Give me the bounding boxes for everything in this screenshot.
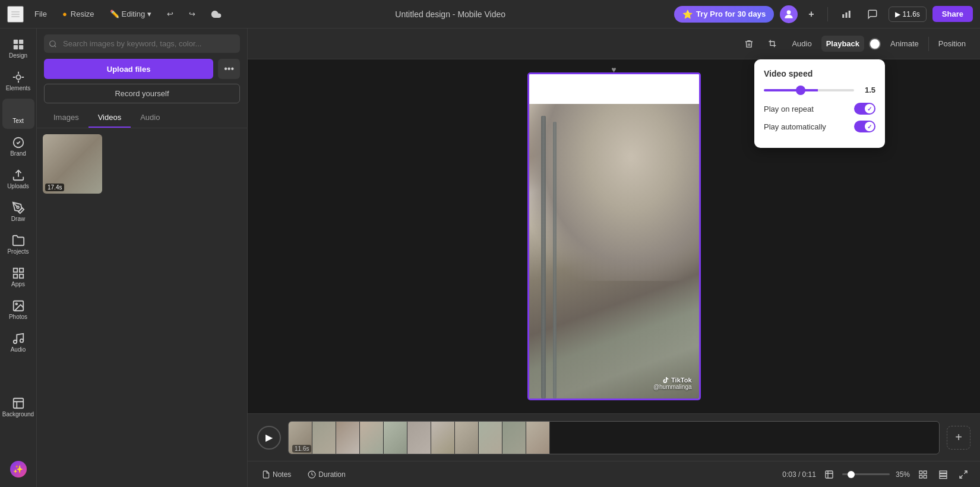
tab-audio[interactable]: Audio [131, 108, 169, 128]
svg-rect-4 [842, 14, 844, 18]
upload-more-button[interactable]: ••• [218, 59, 240, 79]
sidebar-item-elements[interactable]: Elements [2, 66, 34, 96]
canvas-frame[interactable]: TikTok @hummalinga [528, 73, 700, 400]
frame-2 [312, 422, 336, 454]
editing-button[interactable]: ✏️ Editing ▾ [105, 7, 157, 21]
sidebar-item-audio[interactable]: Audio [2, 327, 34, 358]
avatar[interactable] [780, 5, 798, 23]
video-thumbnail[interactable]: 17.4s [43, 134, 102, 194]
expand-button[interactable] [956, 467, 970, 482]
zoom-slider[interactable] [842, 473, 890, 475]
speed-popup: Video speed 1.5 Play on repeat ✓ Play au… [754, 59, 885, 148]
sidebar-item-uploads[interactable]: Uploads [2, 164, 34, 194]
topbar-left: File ● Resize ✏️ Editing ▾ ↩ ↪ [7, 6, 226, 23]
search-input[interactable] [44, 34, 240, 53]
sidebar-item-projects[interactable]: Projects [2, 229, 34, 260]
svg-rect-26 [826, 471, 833, 478]
play-automatically-toggle[interactable]: ✓ [854, 121, 875, 132]
svg-point-3 [787, 10, 791, 14]
stats-button[interactable] [836, 7, 856, 22]
crop-button[interactable] [763, 36, 782, 52]
speed-slider[interactable] [764, 89, 854, 91]
sidebar-item-draw[interactable]: Draw [2, 197, 34, 227]
svg-rect-31 [940, 471, 947, 473]
list-view-button[interactable] [936, 467, 950, 482]
sidebar-item-background[interactable]: Background [2, 392, 34, 422]
toggle-knob-2: ✓ [865, 122, 874, 131]
sidebar-item-apps[interactable]: Apps [2, 262, 34, 292]
svg-rect-7 [13, 40, 17, 44]
svg-rect-2 [11, 16, 20, 17]
record-yourself-button[interactable]: Record yourself [44, 84, 240, 103]
share-button[interactable]: Share [932, 6, 973, 22]
color-picker[interactable] [869, 38, 881, 50]
pro-button[interactable]: ⭐ Try Pro for 30 days [674, 6, 774, 23]
play-on-repeat-toggle[interactable]: ✓ [854, 103, 875, 115]
sidebar-item-text[interactable]: Text [2, 99, 34, 129]
fit-icon [824, 470, 834, 479]
audio-button[interactable]: Audio [787, 36, 816, 52]
play-button[interactable]: ▶ [257, 426, 281, 450]
frame-4 [360, 422, 384, 454]
video-content: TikTok @hummalinga [529, 104, 699, 399]
divider-h [928, 37, 929, 51]
main-content: Design Elements Text Brand Uploads Draw … [0, 29, 980, 487]
svg-rect-23 [13, 398, 23, 408]
panel-tabs: Images Videos Audio [37, 108, 247, 128]
grid-view-button[interactable] [916, 467, 930, 482]
notes-button[interactable]: Notes [257, 468, 296, 481]
grid-icon [918, 470, 928, 479]
search-icon [49, 40, 57, 48]
status-left: Notes Duration [257, 468, 350, 481]
duration-button[interactable]: Duration [303, 468, 350, 481]
time-display: 0:03 / 0:11 [782, 470, 816, 479]
panel-content: 17.4s [37, 128, 247, 487]
add-to-team-button[interactable]: + [804, 7, 818, 22]
frame-11 [526, 422, 550, 454]
svg-point-22 [20, 339, 23, 343]
file-menu[interactable]: File [30, 7, 52, 21]
position-button[interactable]: Position [934, 36, 970, 52]
svg-rect-5 [845, 12, 847, 18]
preview-play-button[interactable]: ▶ 11.6s [889, 7, 927, 22]
svg-point-20 [15, 303, 17, 305]
animate-button[interactable]: Animate [886, 36, 924, 52]
playback-button[interactable]: Playback [821, 36, 864, 52]
sidebar-item-photos[interactable]: Photos [2, 295, 34, 325]
svg-rect-32 [940, 473, 947, 475]
play-automatically-row: Play automatically ✓ [764, 121, 875, 132]
speed-popup-title: Video speed [764, 69, 875, 78]
svg-rect-15 [13, 268, 17, 272]
layout-icon [938, 470, 948, 479]
zoom-level: 35% [896, 470, 910, 479]
undo-button[interactable]: ↩ [162, 7, 178, 21]
tab-images[interactable]: Images [44, 108, 88, 128]
add-clip-button[interactable]: + [947, 426, 970, 450]
frame-7 [431, 422, 455, 454]
toolbar-strip: Audio Playback Animate Position [248, 29, 980, 59]
notes-icon [262, 470, 270, 479]
fit-view-button[interactable] [822, 467, 836, 482]
svg-rect-29 [919, 475, 922, 478]
frame-8 [455, 422, 479, 454]
sidebar-item-design[interactable]: Design [2, 33, 34, 64]
tab-videos[interactable]: Videos [88, 108, 131, 128]
tiktok-watermark: TikTok @hummalinga [653, 377, 692, 390]
sidebar-item-brand[interactable]: Brand [2, 131, 34, 162]
frame-10 [502, 422, 526, 454]
cloud-save-button[interactable] [206, 7, 226, 22]
comments-button[interactable] [862, 7, 883, 22]
redo-button[interactable]: ↪ [184, 7, 200, 21]
trash-button[interactable] [739, 36, 758, 52]
upload-files-button[interactable]: Upload files [44, 59, 213, 79]
clock-icon [308, 470, 316, 479]
svg-point-24 [50, 40, 55, 46]
svg-rect-6 [848, 11, 850, 18]
frame-5 [384, 422, 407, 454]
sidebar-icons: Design Elements Text Brand Uploads Draw … [0, 29, 37, 487]
menu-button[interactable] [7, 6, 24, 23]
timeline-track[interactable]: 11.6s [288, 421, 940, 454]
topbar: File ● Resize ✏️ Editing ▾ ↩ ↪ Untitled … [0, 0, 980, 29]
resize-button[interactable]: ● Resize [58, 7, 99, 21]
ai-assistant-button[interactable]: ✨ [2, 456, 34, 482]
